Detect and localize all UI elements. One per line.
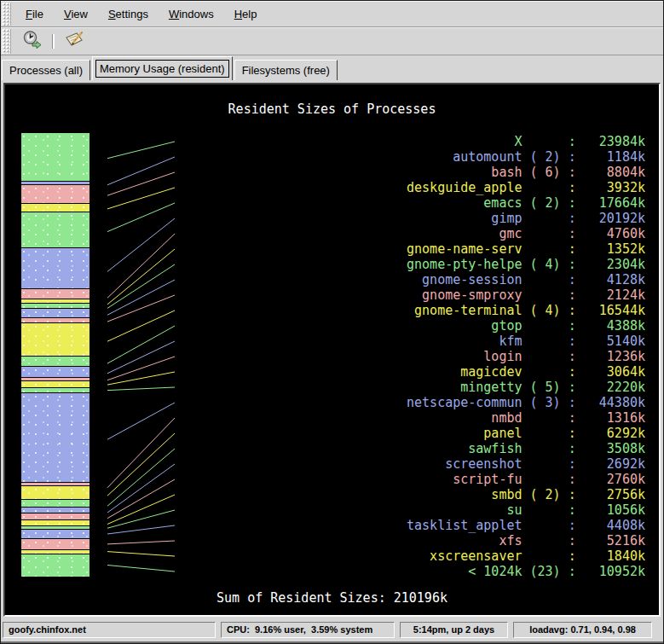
clock-arrow-icon [22,30,43,53]
process-row-nmbd: nmbd : 1316k [407,410,645,426]
leader-line [107,510,175,528]
bar-segment-gnome-terminal [21,323,89,357]
process-row-smbd: smbd ( 2) : 2756k [407,487,645,502]
leader-line [107,264,175,308]
bar-segment-magicdev [21,381,89,387]
leader-line [107,403,175,439]
process-row-gmc: gmc : 4760k [407,226,645,241]
statusbar-hostname: goofy.chinfox.net [3,622,216,638]
process-row-gtop: gtop : 4388k [407,318,645,334]
leader-line [107,449,175,506]
process-row-mingetty: mingetty ( 5) : 2220k [407,380,645,395]
process-list: X : 23984k automount ( 2) : 1184k bash (… [407,134,645,579]
bar-segment-deskguide-apple [21,204,89,212]
bar-segment-sawfish [21,500,89,507]
leader-line [107,433,175,496]
leader-line [107,188,175,209]
status-bar: goofy.chinfox.net CPU: 9.16% user, 3.59%… [1,619,663,643]
bar-segment-panel [21,486,89,499]
bar-segment-X [21,133,89,181]
bar-segment-xfs [21,539,89,549]
process-row-xscreensaver: xscreensaver : 1840k [407,548,645,564]
leader-line [107,295,175,322]
process-row-script-fu: script-fu : 2760k [407,472,645,487]
process-row-automount: automount ( 2) : 1184k [407,149,645,165]
leader-line [107,479,175,519]
process-row-kfm: kfm : 5140k [407,334,645,349]
bar-segment-kfm [21,367,89,377]
tab-processes[interactable]: Processes (all) [2,60,90,80]
process-row-login: login : 1236k [407,349,645,364]
tab-filesystems-label: Filesystems (free) [242,64,330,77]
process-row-deskguide-apple: deskguide_apple : 3932k [407,180,645,195]
app-window: File View Settings Windows Help [0,0,664,644]
process-row-gimp: gimp : 20192k [407,211,645,226]
statusbar-loadavg: loadavg: 0.71, 0.94, 0.98 [513,622,652,638]
refresh-button[interactable] [20,30,44,54]
bar-segment--1024k [21,554,89,577]
process-row-bash: bash ( 6) : 8804k [407,165,645,180]
leader-line [107,495,175,525]
tab-filesystems[interactable]: Filesystems (free) [234,60,338,80]
leader-line [107,172,175,195]
leader-line [107,464,175,513]
bar-segment-emacs [21,212,89,247]
process-row-magicdev: magicdev : 3064k [407,364,645,380]
chart-title: Resident Sizes of Processes [5,102,659,117]
process-row-netscape-commun: netscape-commun ( 3) : 44380k [407,395,645,410]
leader-line [107,234,175,298]
process-row-gnome-name-serv: gnome-name-serv : 1352k [407,241,645,257]
bar-segment-gtop [21,357,89,365]
leader-line [107,157,175,185]
bar-segment-bash [21,185,89,203]
properties-button[interactable] [62,30,86,54]
leader-line [107,142,175,159]
bar-segment-tasklist-applet [21,530,89,538]
leader-line [107,357,175,380]
leader-line [107,387,175,391]
leader-line [107,326,175,363]
leader-line [107,372,175,385]
process-row-xfs: xfs : 5216k [407,533,645,548]
leader-line [107,566,175,572]
memory-stacked-bar [21,133,89,577]
leader-line [107,525,175,534]
menu-settings[interactable]: Settings [101,5,156,23]
menu-view[interactable]: View [56,5,95,23]
process-row-gnome-session: gnome-session : 4128k [407,272,645,287]
toolbar-grip[interactable] [2,29,11,54]
statusbar-uptime: 5:14pm, up 2 days [400,622,508,638]
process-row-sawfish: sawfish : 3508k [407,441,645,456]
tab-processes-label: Processes (all) [9,64,83,77]
leader-line [107,341,175,374]
tab-memory-usage[interactable]: Memory Usage (resident) [92,56,233,80]
notebook-page: Resident Sizes of Processes X : 23984k a… [1,80,663,619]
process-row-su: su : 1056k [407,502,645,518]
process-row-gnome-terminal: gnome-terminal ( 4) : 16544k [407,303,645,318]
bar-segment-gnome-session [21,309,89,317]
tab-memory-usage-label: Memory Usage (resident) [96,61,228,77]
leader-line [107,310,175,341]
menu-help[interactable]: Help [227,5,265,23]
menu-file[interactable]: File [18,5,51,23]
process-row-panel: panel : 6292k [407,426,645,441]
process-row-gnome-pty-helpe: gnome-pty-helpe ( 4) : 2304k [407,257,645,272]
leader-line [107,280,175,315]
process-row-gnome-smproxy: gnome-smproxy : 2124k [407,287,645,303]
process-row-screenshot: screenshot : 2692k [407,456,645,472]
leader-line [107,541,175,544]
process-row-emacs: emacs ( 2) : 17664k [407,195,645,211]
process-row-tasklist-applet: tasklist_applet : 4408k [407,518,645,533]
tab-strip: Processes (all) Memory Usage (resident) … [1,55,663,80]
bar-segment-gimp [21,248,89,288]
leader-line [107,418,175,488]
leader-line [107,203,175,232]
menu-windows[interactable]: Windows [161,5,222,23]
process-row--1024k: < 1024k (23) : 10952k [407,564,645,579]
menubar-grip[interactable] [2,3,11,26]
bar-segment-netscape-commun [21,393,89,482]
leader-line [107,218,175,271]
toolbar [1,27,663,55]
leader-line [107,552,175,556]
memory-usage-chart: Resident Sizes of Processes X : 23984k a… [3,83,661,617]
